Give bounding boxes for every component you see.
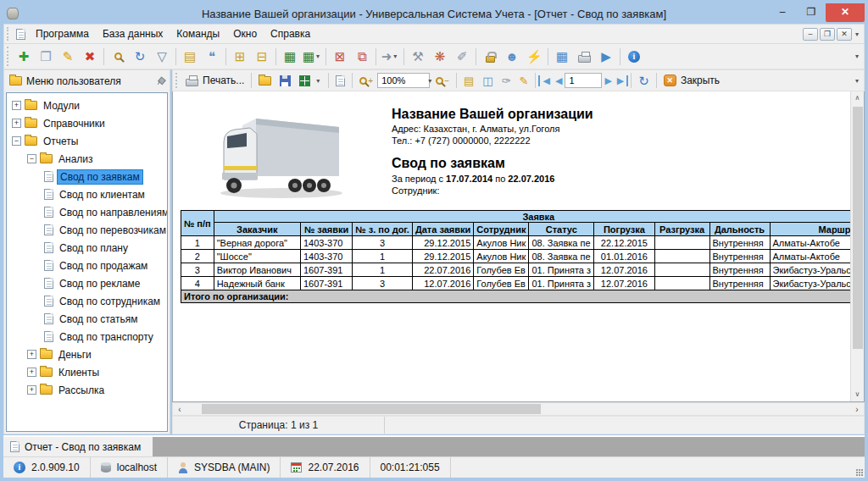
minimize-button[interactable]: – bbox=[768, 3, 797, 22]
grid-button[interactable]: ▦ bbox=[551, 47, 573, 67]
tree-item-svod-po-planu[interactable]: Свод по плану bbox=[7, 239, 167, 257]
tree-item-svod-po-sotrudnikam[interactable]: Свод по сотрудникам bbox=[7, 292, 167, 310]
save-icon bbox=[280, 75, 291, 86]
menu-okno[interactable]: Окно bbox=[226, 25, 264, 42]
print-report-button[interactable]: Печать... bbox=[181, 73, 248, 88]
close-all-windows-button[interactable]: ⧉ bbox=[351, 47, 373, 67]
add-button[interactable]: ✚ bbox=[13, 47, 35, 67]
power-button[interactable]: ⚡ bbox=[523, 47, 545, 67]
tree-item-otchety[interactable]: −Отчеты bbox=[7, 132, 167, 150]
delete-button[interactable]: ✖ bbox=[79, 47, 101, 67]
menubar-overflow-icon[interactable]: ▾ bbox=[854, 30, 860, 38]
group-columns-button[interactable]: ▤ bbox=[179, 47, 201, 67]
tree-item-svod-po-zayavkam[interactable]: Свод по заявкам bbox=[7, 168, 167, 185]
palette-button[interactable]: ❋ bbox=[429, 47, 451, 67]
mdi-close-button[interactable]: ✕ bbox=[837, 28, 852, 41]
vertical-scrollbar[interactable]: ∧ ∨ bbox=[850, 91, 864, 401]
tree-item-klienty[interactable]: +Клиенты bbox=[7, 363, 167, 381]
form-settings-button[interactable]: ✐ bbox=[451, 47, 473, 67]
expand-toggle-icon[interactable]: − bbox=[12, 136, 21, 146]
zoom-input[interactable] bbox=[378, 75, 429, 86]
users-button[interactable]: ☻ bbox=[501, 47, 523, 67]
open-report-button[interactable] bbox=[254, 75, 275, 87]
next-page-button[interactable]: ▶ bbox=[602, 75, 614, 86]
watermark-button[interactable]: ✑ bbox=[498, 73, 515, 89]
menu-baza-dannyh[interactable]: База данных bbox=[96, 25, 170, 42]
run-button[interactable]: ▶ bbox=[595, 47, 617, 67]
tree-item-moduli[interactable]: +Модули bbox=[7, 97, 167, 114]
tree-item-spravochniki[interactable]: +Справочники bbox=[7, 114, 167, 132]
tools-button[interactable]: ⚒ bbox=[407, 47, 429, 67]
close-window-button[interactable]: ⊠ bbox=[329, 47, 351, 67]
expand-toggle-icon[interactable]: + bbox=[27, 368, 36, 377]
refresh-report-button[interactable]: ↻ bbox=[634, 73, 654, 89]
toolbar-overflow-icon[interactable]: ▾ bbox=[855, 53, 864, 60]
search-button[interactable] bbox=[107, 47, 129, 67]
comments-button[interactable]: ❝ bbox=[201, 47, 223, 67]
edit-page-button[interactable]: ✎ bbox=[515, 73, 533, 89]
document-icon bbox=[44, 331, 53, 342]
mdi-restore-button[interactable]: ❐ bbox=[820, 28, 835, 41]
close-report-button[interactable]: ✕Закрыть bbox=[659, 73, 724, 88]
refresh-button[interactable]: ↻ bbox=[129, 47, 151, 67]
tree-item-analiz[interactable]: −Анализ bbox=[7, 150, 167, 168]
cell: 01. Принята з bbox=[529, 277, 594, 290]
page-number-input[interactable] bbox=[565, 73, 602, 88]
menu-spravka[interactable]: Справка bbox=[264, 25, 317, 42]
tree-item-svod-po-reklame[interactable]: Свод по рекламе bbox=[7, 274, 167, 292]
exit-button[interactable]: ➜▾ bbox=[379, 47, 401, 67]
filter-button[interactable]: ▽ bbox=[151, 47, 173, 67]
tree-item-rassylka[interactable]: +Рассылка bbox=[7, 381, 167, 399]
expand-toggle-icon[interactable]: + bbox=[12, 119, 21, 128]
collapse-all-button[interactable]: ⊟ bbox=[251, 47, 273, 67]
scroll-right-icon[interactable]: › bbox=[850, 405, 864, 414]
first-page-button[interactable]: ◀ bbox=[538, 75, 552, 86]
menu-programma[interactable]: Программа bbox=[29, 25, 96, 42]
zoom-out-button[interactable]: − bbox=[431, 75, 453, 87]
tree-item-svod-po-perevozchikam[interactable]: Свод по перевозчикам bbox=[7, 221, 167, 239]
tree-item-svod-po-prodazham[interactable]: Свод по продажам bbox=[7, 257, 167, 274]
zoom-combo[interactable] bbox=[377, 73, 430, 88]
maximize-button[interactable]: ❐ bbox=[797, 3, 826, 22]
expand-toggle-icon[interactable]: + bbox=[12, 101, 21, 110]
horizontal-scroll-thumb[interactable] bbox=[202, 404, 541, 414]
print-button[interactable] bbox=[573, 47, 595, 67]
prev-page-button[interactable]: ◀ bbox=[553, 75, 565, 86]
expand-all-button[interactable]: ⊞ bbox=[229, 47, 251, 67]
resize-grip[interactable] bbox=[856, 469, 863, 476]
vertical-scroll-thumb[interactable] bbox=[853, 107, 863, 349]
tree-item-svod-po-napravleniyam[interactable]: Свод по направлениям bbox=[7, 203, 167, 221]
export-excel-button[interactable]: ▦ bbox=[279, 47, 301, 67]
zoom-in-button[interactable]: + bbox=[355, 75, 377, 87]
expand-toggle-icon[interactable]: + bbox=[27, 385, 36, 395]
version-cell: 2.0.909.10 bbox=[3, 457, 91, 478]
close-button[interactable]: ✕ bbox=[826, 3, 865, 22]
pin-icon[interactable] bbox=[155, 75, 166, 86]
tab-report-svod-po-zayavkam[interactable]: Отчет - Свод по заявкам bbox=[3, 437, 153, 456]
tree-item-svod-po-statyam[interactable]: Свод по статьям bbox=[7, 310, 167, 328]
info-button[interactable] bbox=[623, 47, 645, 67]
tree-item-svod-po-klientam[interactable]: Свод по клиентам bbox=[7, 185, 167, 203]
scroll-up-icon[interactable]: ∧ bbox=[855, 91, 860, 105]
menu-komandy[interactable]: Команды bbox=[170, 25, 226, 42]
edit-button[interactable]: ✎ bbox=[57, 47, 79, 67]
outline-button[interactable]: ▤ bbox=[459, 73, 478, 89]
expand-toggle-icon[interactable]: − bbox=[27, 154, 36, 163]
scroll-down-icon[interactable]: ∨ bbox=[855, 388, 860, 401]
expand-toggle-icon[interactable]: + bbox=[27, 350, 36, 359]
tree-item-svod-po-transportu[interactable]: Свод по транспорту bbox=[7, 328, 167, 346]
copy-button[interactable]: ❐ bbox=[35, 47, 57, 67]
toolbar-overflow-icon[interactable]: ▾ bbox=[855, 77, 864, 85]
thumbnails-button[interactable]: ◫ bbox=[478, 73, 497, 89]
tree-item-dengi[interactable]: +Деньги bbox=[7, 346, 167, 363]
last-page-button[interactable]: ▶ bbox=[615, 75, 628, 86]
mdi-minimize-button[interactable]: – bbox=[803, 28, 818, 41]
page-preview-button[interactable] bbox=[331, 74, 349, 88]
export-report-button[interactable]: ▾ bbox=[295, 74, 326, 88]
export-excel-options-button[interactable]: ▦▾ bbox=[301, 47, 323, 67]
cell bbox=[654, 236, 709, 250]
lock-button[interactable] bbox=[479, 47, 501, 67]
save-report-button[interactable] bbox=[275, 74, 295, 88]
scroll-left-icon[interactable]: ‹ bbox=[173, 405, 186, 414]
horizontal-scrollbar[interactable]: ‹ › bbox=[172, 402, 865, 416]
